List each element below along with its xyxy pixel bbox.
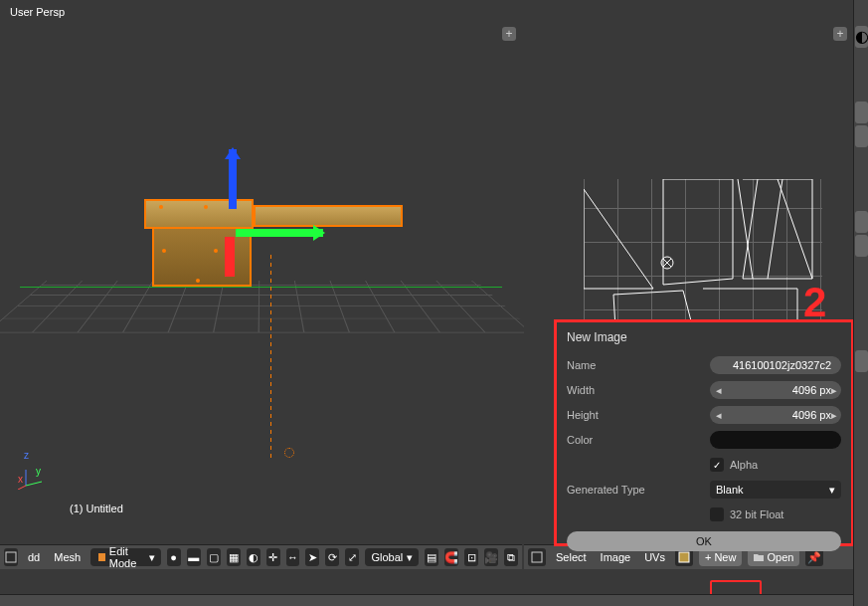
snap-icon[interactable]: 🧲 [444, 548, 458, 566]
svg-line-2 [18, 486, 26, 490]
popup-title: New Image [567, 330, 841, 344]
rail-material-icon[interactable] [855, 350, 868, 372]
svg-line-19 [613, 291, 683, 295]
svg-line-17 [768, 179, 782, 279]
editor-type-icon[interactable] [4, 548, 18, 566]
rail-collapse-icon[interactable]: ◐ [855, 26, 868, 48]
alpha-label: Alpha [730, 459, 758, 471]
field-gentype-label: Generated Type [567, 484, 706, 496]
float-label: 32 bit Float [730, 508, 783, 520]
gizmo-z-icon[interactable] [229, 149, 237, 209]
svg-rect-3 [6, 552, 16, 562]
manip-scale-icon[interactable]: ⤢ [345, 548, 359, 566]
new-image-popup: New Image Name 416100102jz0327c2 Width ◂… [554, 319, 854, 546]
viewport-3d[interactable]: User Persp + z y x (1) Untitled dd Mesh … [0, 0, 522, 569]
rail-modifier-icon[interactable] [855, 235, 868, 257]
viewport-3d-canvas[interactable]: User Persp + z y x (1) Untitled [0, 0, 522, 544]
menu-select[interactable]: Select [552, 551, 591, 563]
field-color-label: Color [567, 434, 706, 446]
manip-translate-icon[interactable]: ➤ [305, 548, 319, 566]
svg-line-11 [663, 279, 733, 285]
sel-vertex-icon[interactable]: ● [167, 548, 181, 566]
field-color-swatch[interactable] [710, 431, 841, 449]
rail-render-icon[interactable] [855, 101, 868, 123]
folder-icon [754, 552, 764, 562]
svg-line-5 [584, 189, 653, 289]
pivot-icon[interactable]: ✛ [266, 548, 280, 566]
copy-icon[interactable]: ⧉ [504, 548, 518, 566]
motion-trail-end [284, 448, 294, 458]
motion-trail [270, 254, 271, 458]
field-width-label: Width [567, 384, 706, 396]
mesh-object[interactable] [144, 199, 393, 289]
sel-face-icon[interactable]: ▢ [207, 548, 221, 566]
svg-rect-28 [532, 552, 542, 562]
svg-rect-29 [679, 552, 689, 562]
gizmo-y-icon[interactable] [236, 229, 323, 237]
annotation-step: 2 [803, 279, 826, 326]
svg-rect-4 [98, 553, 105, 561]
snap-type-icon[interactable]: ⊡ [464, 548, 478, 566]
ok-button[interactable]: OK [567, 531, 841, 551]
menu-image[interactable]: Image [597, 551, 635, 563]
info-bar [0, 594, 853, 606]
field-width-input[interactable]: ◂4096 px▸ [710, 381, 841, 399]
orientation-select[interactable]: Global▾ [365, 548, 419, 566]
menu-mesh[interactable]: Mesh [50, 551, 85, 563]
view-label: User Persp [10, 6, 65, 18]
limit-sel-icon[interactable]: ▦ [227, 548, 241, 566]
field-height-input[interactable]: ◂4096 px▸ [710, 406, 841, 424]
menu-uvs[interactable]: UVs [640, 551, 669, 563]
field-height-label: Height [567, 409, 706, 421]
gizmo-x-icon[interactable] [225, 237, 235, 277]
properties-rail[interactable]: ◐ [853, 0, 868, 606]
field-name-label: Name [567, 359, 706, 371]
menu-dd[interactable]: dd [24, 551, 44, 563]
sel-edge-icon[interactable]: ▬ [187, 548, 201, 566]
add-region-icon[interactable]: + [502, 27, 516, 41]
svg-line-1 [26, 482, 42, 486]
manip-rotate-icon[interactable]: ⟳ [325, 548, 339, 566]
field-name-input[interactable]: 416100102jz0327c2 [710, 356, 841, 374]
rail-world-icon[interactable] [855, 125, 868, 147]
alpha-checkbox[interactable] [710, 458, 724, 472]
render-icon[interactable]: 🎥 [484, 548, 498, 566]
manipulator-toggle-icon[interactable]: ↔ [286, 548, 300, 566]
float-checkbox[interactable] [710, 507, 724, 521]
rail-object-icon[interactable] [855, 211, 868, 233]
add-region-icon[interactable]: + [833, 27, 847, 41]
axis-legend: z y x [18, 468, 46, 490]
svg-line-18 [778, 179, 812, 279]
mode-select[interactable]: Edit Mode▾ [90, 548, 161, 566]
layers-icon[interactable]: ▤ [425, 548, 438, 566]
image-name-label: (1) Untitled [70, 503, 123, 514]
editor-type-icon[interactable] [528, 548, 546, 566]
viewport-3d-toolbar: dd Mesh Edit Mode▾ ● ▬ ▢ ▦ ◐ ✛ ↔ ➤ ⟳ ⤢ G… [0, 544, 522, 569]
field-gentype-select[interactable]: Blank▾ [710, 481, 841, 499]
shading-icon[interactable]: ◐ [247, 548, 260, 566]
editmode-icon [96, 551, 105, 563]
